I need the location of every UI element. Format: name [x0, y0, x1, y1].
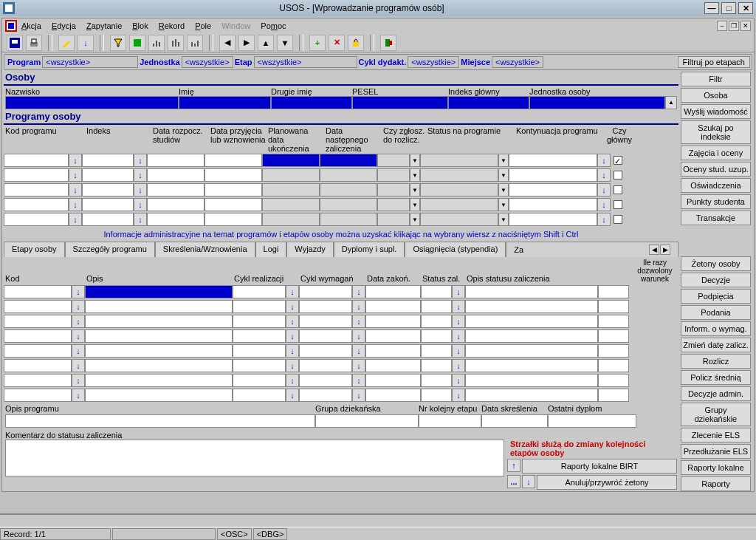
- cell-czyz[interactable]: [377, 198, 410, 211]
- field-nazwisko[interactable]: [5, 96, 179, 109]
- move-down-icon[interactable]: ↓: [522, 475, 535, 488]
- cell-cyklw[interactable]: [299, 285, 352, 298]
- cell-nast[interactable]: [320, 154, 377, 167]
- cell-kod[interactable]: [4, 154, 69, 167]
- dropdown-icon[interactable]: ▼: [498, 198, 509, 211]
- lov-icon[interactable]: ↓: [69, 213, 82, 226]
- cell-etap-kod[interactable]: [4, 300, 72, 313]
- menu-zapytanie[interactable]: Zapytanie: [86, 21, 122, 30]
- checkbox-glowny[interactable]: [614, 185, 622, 194]
- cell-statz[interactable]: [421, 329, 452, 343]
- cell-opiss[interactable]: [465, 389, 598, 402]
- cell-czyz[interactable]: [377, 154, 410, 167]
- cell-kont[interactable]: [509, 213, 597, 226]
- cell-etap-opis[interactable]: [85, 285, 233, 298]
- dropdown-icon[interactable]: ▼: [498, 213, 509, 226]
- tab-szczeg-y-programu[interactable]: Szczegóły programu: [65, 242, 155, 257]
- lov-icon[interactable]: ↓: [286, 389, 299, 402]
- add-icon[interactable]: +: [309, 35, 326, 51]
- cell-cyklw[interactable]: [299, 344, 352, 358]
- side-btn-oceny-stud-uzup-[interactable]: Oceny stud. uzup.: [681, 162, 751, 177]
- cell-indeks[interactable]: [82, 183, 134, 196]
- dropdown-icon[interactable]: ▼: [410, 154, 420, 167]
- cell-status[interactable]: [420, 168, 498, 182]
- side-btn-o-wiadczenia[interactable]: Oświadczenia: [681, 178, 751, 193]
- lov-icon[interactable]: ↓: [452, 374, 465, 387]
- tab-skre-lenia-wznowienia[interactable]: Skreślenia/Wznowienia: [155, 242, 255, 257]
- lov-icon[interactable]: ↓: [286, 300, 299, 313]
- lov-icon[interactable]: ↓: [72, 374, 85, 387]
- cell-nast[interactable]: [320, 168, 377, 182]
- cell-cyklr[interactable]: [233, 285, 286, 298]
- btn-raporty-birt[interactable]: Raporty lokalne BIRT: [522, 459, 677, 474]
- cell-warunek[interactable]: [598, 285, 629, 298]
- cell-status[interactable]: [420, 213, 498, 226]
- lov-icon[interactable]: ↓: [286, 285, 299, 298]
- lov-icon[interactable]: ↓: [72, 285, 85, 298]
- menu-pole[interactable]: Pole: [195, 21, 211, 30]
- chart1-icon[interactable]: [148, 35, 165, 51]
- filter-program-value[interactable]: <wszystkie>: [42, 56, 138, 68]
- cell-cyklw[interactable]: [299, 374, 352, 387]
- print-icon[interactable]: [26, 35, 42, 51]
- side-btn-policz-redni-[interactable]: Policz średnią: [681, 370, 751, 385]
- cell-plan[interactable]: [262, 168, 320, 182]
- lov-icon[interactable]: ↓: [286, 344, 299, 358]
- field-grupa-dziekanska[interactable]: [315, 414, 419, 428]
- field-opis-programu[interactable]: [5, 414, 315, 428]
- cell-nast[interactable]: [320, 198, 377, 211]
- cell-przyj[interactable]: [205, 154, 262, 167]
- cell-kont[interactable]: [509, 168, 597, 182]
- lov-icon[interactable]: ↓: [69, 154, 82, 167]
- cell-opiss[interactable]: [465, 359, 598, 372]
- cell-opiss[interactable]: [465, 344, 598, 358]
- cell-opiss[interactable]: [465, 285, 598, 298]
- cell-dataz[interactable]: [365, 374, 421, 387]
- side-btn-przed-u-anie-els[interactable]: Przedłużanie ELS: [681, 444, 751, 459]
- cell-etap-kod[interactable]: [4, 344, 72, 358]
- cell-opiss[interactable]: [465, 315, 598, 328]
- lov-icon[interactable]: ↓: [69, 183, 82, 196]
- cell-czyz[interactable]: [377, 213, 410, 226]
- lov-icon[interactable]: ↓: [452, 329, 465, 343]
- cell-cyklr[interactable]: [233, 300, 286, 313]
- lov-icon[interactable]: ↓: [452, 285, 465, 298]
- cell-opiss[interactable]: [465, 300, 598, 313]
- cell-etap-opis[interactable]: [85, 300, 233, 313]
- edit-icon[interactable]: [58, 35, 75, 51]
- cell-indeks[interactable]: [82, 198, 134, 211]
- side-btn-zmie-dat-zalicz-[interactable]: Zmień datę zalicz.: [681, 338, 751, 352]
- menu-pomoc[interactable]: Pomoc: [261, 21, 286, 30]
- cell-etap-opis[interactable]: [85, 374, 233, 387]
- tab-dyplomy-i-supl-[interactable]: Dyplomy i supl.: [334, 242, 405, 257]
- menu-akcja[interactable]: AAkcjakcja: [21, 21, 41, 30]
- field-data-skreslenia[interactable]: [481, 414, 548, 428]
- next-icon[interactable]: ▶: [238, 35, 255, 51]
- cell-statz[interactable]: [421, 389, 452, 402]
- lock-icon[interactable]: [348, 35, 364, 51]
- execute-icon[interactable]: [129, 35, 145, 51]
- cell-kont[interactable]: [509, 198, 597, 211]
- cell-cyklr[interactable]: [233, 315, 286, 328]
- lov-icon[interactable]: ↓: [452, 300, 465, 313]
- cell-cyklw[interactable]: [299, 329, 352, 343]
- cell-statz[interactable]: [421, 300, 452, 313]
- tab-logi[interactable]: Logi: [255, 242, 287, 257]
- field-nr-kolejny[interactable]: [419, 414, 481, 428]
- lov-icon[interactable]: ↓: [134, 154, 147, 167]
- query-icon[interactable]: [110, 35, 126, 51]
- field-drugie[interactable]: [271, 96, 352, 109]
- cell-statz[interactable]: [421, 344, 452, 358]
- minimize-button[interactable]: —: [704, 2, 719, 14]
- checkbox-glowny[interactable]: [614, 200, 622, 209]
- lov-icon[interactable]: ↓: [72, 315, 85, 328]
- cell-czyz[interactable]: [377, 168, 410, 182]
- lov-icon[interactable]: ↓: [452, 389, 465, 402]
- dropdown-icon[interactable]: ▼: [410, 213, 420, 226]
- lov-icon[interactable]: ↓: [597, 168, 611, 182]
- exit-icon[interactable]: [380, 35, 396, 51]
- scroll-up-icon[interactable]: ▲: [666, 97, 676, 107]
- lov-icon[interactable]: ↓: [134, 213, 147, 226]
- lov-icon[interactable]: ↓: [134, 183, 147, 196]
- cell-dataz[interactable]: [365, 300, 421, 313]
